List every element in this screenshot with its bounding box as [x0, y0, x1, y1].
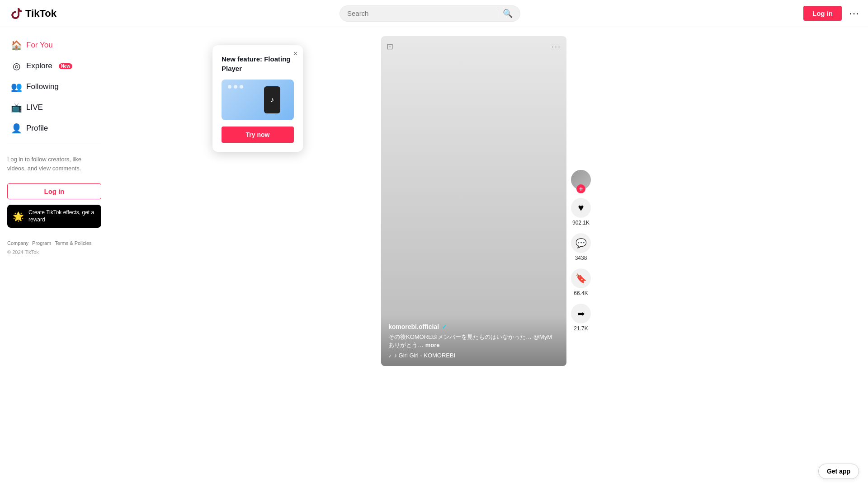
- video-music: ♪ ♪ Giri Giri - KOMOREBI: [388, 352, 559, 359]
- video-more-icon[interactable]: ···: [552, 42, 561, 52]
- popup-title: New feature: Floating Player: [222, 54, 294, 73]
- comment-count: 3438: [575, 255, 587, 261]
- share-button[interactable]: ➦: [571, 304, 591, 324]
- avatar-wrap: +: [570, 169, 592, 191]
- header-right: Log in ⋯: [803, 6, 859, 21]
- main-layout: 🏠 For You ◎ Explore New 👥 Following 📺 LI…: [0, 27, 868, 488]
- bookmark-action[interactable]: 🔖 66.4K: [571, 268, 591, 296]
- sidebar-footer: Company Program Terms & Policies © 2024 …: [0, 233, 108, 262]
- sidebar-item-label: For You: [26, 41, 53, 50]
- profile-icon: 👤: [11, 123, 22, 134]
- popup-try-button[interactable]: Try now: [222, 127, 294, 143]
- footer-links: Company Program Terms & Policies: [7, 240, 101, 246]
- bookmark-button[interactable]: 🔖: [571, 268, 591, 288]
- dot-1: [228, 85, 231, 89]
- search-bar[interactable]: 🔍: [340, 5, 520, 22]
- sidebar-divider: [7, 144, 101, 144]
- sidebar-item-explore[interactable]: ◎ Explore New: [4, 56, 105, 76]
- popup-dots: [228, 85, 243, 89]
- header: TikTok 🔍 Log in ⋯: [0, 0, 868, 27]
- search-input[interactable]: [347, 9, 493, 17]
- share-count: 21.7K: [574, 325, 588, 332]
- phone-tiktok-icon: ♪: [270, 96, 274, 104]
- sidebar-login-button[interactable]: Log in: [7, 183, 101, 199]
- video-card[interactable]: ⊡ ··· komorebi.official ✓ その後KOMOREBIメンバ…: [381, 36, 566, 366]
- like-count: 902.1K: [572, 220, 590, 226]
- effects-banner-label: Create TikTok effects, get a reward: [28, 209, 96, 223]
- search-divider: [498, 9, 498, 18]
- effects-banner[interactable]: 🌟 Create TikTok effects, get a reward: [7, 205, 101, 228]
- more-link[interactable]: more: [425, 342, 440, 348]
- sidebar: 🏠 For You ◎ Explore New 👥 Following 📺 LI…: [0, 27, 108, 488]
- follow-plus-button[interactable]: +: [576, 184, 585, 193]
- video-overlay: komorebi.official ✓ その後KOMOREBIメンバーを見たもの…: [381, 316, 566, 366]
- feed-container: ⊡ ··· komorebi.official ✓ その後KOMOREBIメンバ…: [381, 27, 595, 488]
- sidebar-item-label: Profile: [26, 124, 48, 133]
- footer-link-program[interactable]: Program: [32, 240, 51, 246]
- like-button[interactable]: ♥: [571, 198, 591, 218]
- footer-link-company[interactable]: Company: [7, 240, 28, 246]
- get-app-button[interactable]: Get app: [818, 464, 859, 479]
- sidebar-item-label: Following: [26, 82, 59, 91]
- sidebar-item-for-you[interactable]: 🏠 For You: [4, 35, 105, 55]
- comment-button[interactable]: 💬: [571, 233, 591, 253]
- logo[interactable]: TikTok: [9, 6, 57, 21]
- dot-3: [240, 85, 243, 89]
- new-badge: New: [59, 63, 73, 69]
- video-description: その後KOMOREBIメンバーを見たものはいなかった… @MyM ありがとう… …: [388, 333, 559, 349]
- music-text: ♪ Giri Giri - KOMOREBI: [394, 352, 456, 359]
- popup-close-button[interactable]: ×: [293, 50, 297, 58]
- sidebar-item-following[interactable]: 👥 Following: [4, 77, 105, 97]
- comment-action[interactable]: 💬 3438: [571, 233, 591, 261]
- footer-copyright: © 2024 TikTok: [7, 249, 101, 255]
- sidebar-item-label: Explore: [26, 61, 52, 70]
- dot-2: [234, 85, 237, 89]
- login-prompt: Log in to follow creators, like videos, …: [0, 150, 108, 178]
- video-header: ⊡ ···: [387, 42, 561, 52]
- sidebar-item-profile[interactable]: 👤 Profile: [4, 118, 105, 138]
- verified-icon: ✓: [442, 323, 447, 330]
- popup-image: ♪: [222, 80, 294, 120]
- popup-phone: ♪: [264, 86, 280, 113]
- video-top-icon: ⊡: [387, 42, 393, 52]
- sidebar-item-live[interactable]: 📺 LIVE: [4, 98, 105, 117]
- share-action[interactable]: ➦ 21.7K: [571, 304, 591, 332]
- tiktok-logo-icon: [9, 6, 24, 21]
- video-author[interactable]: komorebi.official ✓: [388, 323, 559, 330]
- footer-link-terms[interactable]: Terms & Policies: [55, 240, 91, 246]
- sidebar-item-label: LIVE: [26, 103, 43, 112]
- logo-text: TikTok: [25, 8, 57, 19]
- live-icon: 📺: [11, 102, 22, 113]
- explore-icon: ◎: [11, 61, 22, 71]
- search-icon[interactable]: 🔍: [503, 9, 513, 19]
- more-options-icon[interactable]: ⋯: [849, 8, 859, 19]
- video-actions: + ♥ 902.1K 💬 3438 🔖: [566, 162, 595, 339]
- header-login-button[interactable]: Log in: [803, 6, 842, 21]
- effects-icon: 🌟: [13, 211, 24, 222]
- music-note-icon: ♪: [388, 352, 392, 359]
- following-icon: 👥: [11, 81, 22, 92]
- author-name: komorebi.official: [388, 323, 439, 330]
- avatar-action[interactable]: +: [570, 169, 592, 191]
- floating-popup: × New feature: Floating Player ♪ Try now: [212, 45, 303, 152]
- bookmark-count: 66.4K: [574, 290, 588, 296]
- home-icon: 🏠: [11, 40, 22, 51]
- like-action[interactable]: ♥ 902.1K: [571, 198, 591, 226]
